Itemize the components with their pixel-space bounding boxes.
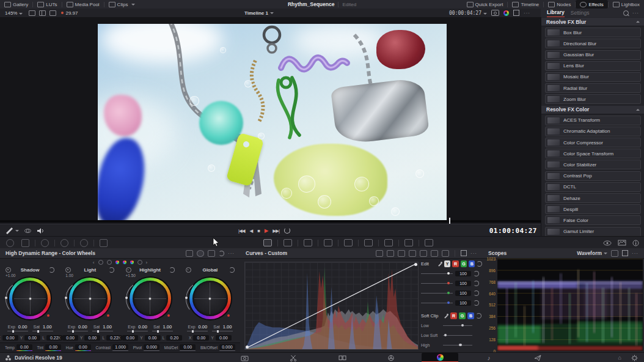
effect-item[interactable]: Contrast Pop <box>545 171 641 181</box>
effect-item[interactable]: Color Stabilizer <box>545 160 641 169</box>
target-icon[interactable] <box>126 267 131 273</box>
topbar-button-gallery[interactable]: Gallery <box>0 0 32 9</box>
palette-tab-icon[interactable] <box>404 239 413 246</box>
page-tab-deliver[interactable] <box>519 353 556 362</box>
target-icon[interactable] <box>186 267 191 273</box>
page-tab-cut[interactable] <box>275 353 312 362</box>
topbar-button-timeline[interactable]: Timeline <box>508 0 543 9</box>
effect-item[interactable]: Despill <box>545 204 641 214</box>
footer-value[interactable]: 0.000 <box>144 344 159 350</box>
timecode-field[interactable]: 00:00:04:27 <box>449 10 487 16</box>
footer-value[interactable]: 0.00 <box>75 344 91 350</box>
curve-graph[interactable] <box>244 262 419 350</box>
single-viewer-icon[interactable] <box>29 10 35 16</box>
last-frame-button[interactable]: ▶▶| <box>273 228 279 234</box>
slider-value[interactable]: 100 <box>455 300 471 306</box>
curve-point[interactable] <box>414 263 417 266</box>
effect-item[interactable]: False Color <box>545 215 641 225</box>
topbar-button-effects[interactable]: Effects <box>576 0 607 9</box>
topbar-button-lightbox[interactable]: Lightbox <box>609 0 644 9</box>
pager-right-icon[interactable]: › <box>146 260 148 265</box>
scope-mode-select[interactable]: Waveform <box>577 250 607 256</box>
coord-value[interactable]: 0.00 <box>62 335 78 341</box>
topbar-button-clips[interactable]: Clips <box>104 0 140 9</box>
slider-handle[interactable] <box>447 272 450 275</box>
reset-icon[interactable] <box>169 267 175 273</box>
coord-value[interactable]: 0.00 <box>24 335 40 341</box>
effect-item[interactable]: Color Space Transform <box>545 149 641 158</box>
expand-icon[interactable] <box>461 250 467 256</box>
histogram-mode-icon[interactable] <box>208 250 215 257</box>
reset-icon[interactable] <box>49 267 54 273</box>
palette-tab-icon[interactable] <box>344 239 353 246</box>
effect-item[interactable]: Directional Blur <box>545 39 641 48</box>
slider-track[interactable] <box>443 325 472 326</box>
effects-section-header[interactable]: Resolve FX Blur <box>541 18 644 26</box>
enhanced-viewer-icon[interactable] <box>49 10 56 16</box>
channel-button-y[interactable]: Y <box>444 260 450 267</box>
pen-tool-icon[interactable] <box>5 227 13 234</box>
slider-handle[interactable] <box>444 334 447 337</box>
reset-icon[interactable] <box>474 300 479 306</box>
curve-mode-icon[interactable] <box>431 250 438 257</box>
effect-item[interactable]: Chromatic Adaptation <box>545 127 641 136</box>
channel-button-r[interactable]: R <box>452 260 458 267</box>
palette-tab-icon[interactable] <box>263 239 272 246</box>
curve-mode-icon[interactable] <box>387 250 394 257</box>
reset-icon[interactable] <box>219 251 224 256</box>
color-wheel-shadow[interactable] <box>9 278 51 319</box>
topbar-button-quick-export[interactable]: Quick Export <box>463 0 508 9</box>
gear-icon[interactable] <box>631 355 638 361</box>
slider-track[interactable] <box>421 303 453 303</box>
eyedropper-icon[interactable] <box>437 262 442 267</box>
options-menu-icon[interactable]: ··· <box>632 251 639 256</box>
topbar-button-media-pool[interactable]: Media Pool <box>62 0 104 9</box>
curve-mode-icon[interactable] <box>420 250 427 257</box>
footer-value[interactable]: 1.000 <box>112 344 128 350</box>
reset-icon[interactable] <box>229 267 235 273</box>
expand-icon[interactable] <box>513 10 519 16</box>
palette-tab-icon[interactable] <box>364 239 373 246</box>
tab-settings[interactable]: Settings <box>571 10 590 16</box>
softclip-channel-button-g[interactable]: G <box>459 312 466 319</box>
mini-slider[interactable] <box>67 331 88 331</box>
effect-item[interactable]: Mosaic Blur <box>545 72 641 82</box>
reset-icon[interactable] <box>474 281 479 286</box>
mini-slider[interactable] <box>92 331 113 331</box>
color-wheel-highlight[interactable] <box>130 278 171 319</box>
reset-icon[interactable] <box>477 261 482 267</box>
options-menu-icon[interactable]: ··· <box>228 251 235 256</box>
slider-handle[interactable] <box>459 344 462 347</box>
curve-mode-icon[interactable] <box>442 250 449 257</box>
grade-wheel-icon[interactable] <box>503 10 509 16</box>
softclip-channel-button-b[interactable]: B <box>467 312 474 319</box>
target-icon[interactable] <box>5 267 11 273</box>
step-back-button[interactable]: ◀ <box>249 228 252 234</box>
footer-value[interactable]: 0.000 <box>219 344 235 350</box>
slider-track[interactable] <box>443 335 472 336</box>
coord-value[interactable]: 0.00 <box>216 335 232 341</box>
mini-slider[interactable] <box>212 331 233 331</box>
footer-value[interactable]: 0.00 <box>180 344 196 350</box>
scopes-monitor-icon[interactable] <box>618 240 626 246</box>
info-icon[interactable] <box>632 240 639 246</box>
expand-icon[interactable] <box>622 250 628 256</box>
loop-button[interactable] <box>284 227 290 234</box>
slider-handle[interactable] <box>461 324 464 327</box>
reset-icon[interactable] <box>476 313 481 319</box>
effect-item[interactable]: Color Compressor <box>545 138 641 147</box>
mini-slider[interactable] <box>7 331 28 331</box>
slider-value[interactable]: 100 <box>455 281 471 286</box>
coord-value[interactable]: 0.00 <box>122 335 138 341</box>
pager-dot[interactable] <box>130 260 134 264</box>
page-tab-fusion[interactable] <box>373 353 409 362</box>
effect-item[interactable]: Zoom Blur <box>545 94 641 104</box>
options-menu-icon[interactable]: ··· <box>524 10 530 16</box>
mini-slider[interactable] <box>127 331 148 331</box>
slider-track[interactable] <box>421 273 453 274</box>
eye-icon[interactable] <box>603 240 612 246</box>
wheel-center-handle[interactable] <box>29 297 32 300</box>
slider-value[interactable]: 100 <box>455 290 471 296</box>
effect-item[interactable]: Gaussian Blur <box>545 50 641 60</box>
options-menu-icon[interactable]: ··· <box>632 10 639 16</box>
